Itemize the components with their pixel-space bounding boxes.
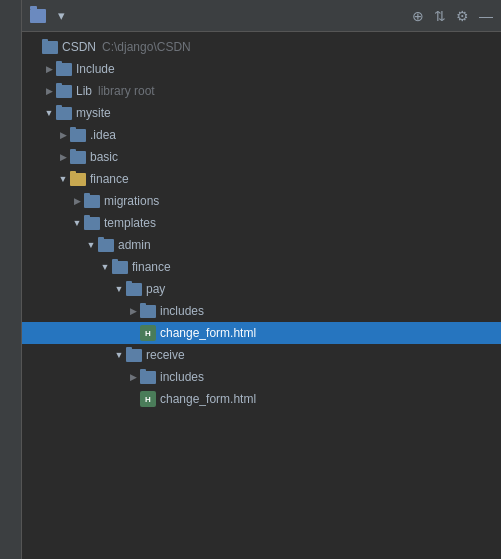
project-folder-icon bbox=[30, 9, 46, 23]
collapse-icon[interactable]: — bbox=[479, 8, 493, 24]
tree-row[interactable]: ▼finance bbox=[22, 168, 501, 190]
tree-toggle[interactable]: ▼ bbox=[98, 262, 112, 272]
tree-row[interactable]: ▶.idea bbox=[22, 124, 501, 146]
tree-toggle[interactable]: ▼ bbox=[112, 284, 126, 294]
add-content-icon[interactable]: ⊕ bbox=[412, 8, 424, 24]
tree-row-label: change_form.html bbox=[160, 392, 256, 406]
tree-toggle[interactable]: ▼ bbox=[42, 108, 56, 118]
header-bar: ▾ ⊕ ⇅ ⚙ — bbox=[22, 0, 501, 32]
tree-toggle[interactable]: ▶ bbox=[56, 130, 70, 140]
tree-row[interactable]: ▼receive bbox=[22, 344, 501, 366]
tree-toggle[interactable]: ▼ bbox=[112, 350, 126, 360]
header-icons: ⊕ ⇅ ⚙ — bbox=[412, 8, 493, 24]
tree-row[interactable]: Hchange_form.html bbox=[22, 322, 501, 344]
folder-icon bbox=[126, 349, 142, 362]
folder-icon bbox=[70, 151, 86, 164]
tree-toggle[interactable]: ▼ bbox=[70, 218, 84, 228]
tree-row-label: finance bbox=[132, 260, 171, 274]
folder-icon bbox=[70, 129, 86, 142]
tree-row-label: CSDN bbox=[62, 40, 96, 54]
tree-row-label: finance bbox=[90, 172, 129, 186]
tree-toggle[interactable]: ▼ bbox=[56, 174, 70, 184]
tree-row-label: Lib bbox=[76, 84, 92, 98]
folder-icon bbox=[140, 305, 156, 318]
tree-toggle[interactable]: ▶ bbox=[56, 152, 70, 162]
main-panel: ▾ ⊕ ⇅ ⚙ — CSDNC:\django\CSDN▶Include▶Lib… bbox=[22, 0, 501, 559]
tree-row-label: pay bbox=[146, 282, 165, 296]
tree-row[interactable]: ▶includes bbox=[22, 366, 501, 388]
tree-toggle[interactable]: ▶ bbox=[126, 372, 140, 382]
tree-toggle[interactable]: ▶ bbox=[70, 196, 84, 206]
tree-row[interactable]: ▶Liblibrary root bbox=[22, 80, 501, 102]
tree-row[interactable]: ▼admin bbox=[22, 234, 501, 256]
folder-icon bbox=[56, 63, 72, 76]
tree-row-label: migrations bbox=[104, 194, 159, 208]
tree-row[interactable]: ▼finance bbox=[22, 256, 501, 278]
project-dropdown-icon[interactable]: ▾ bbox=[58, 8, 65, 23]
folder-icon bbox=[42, 41, 58, 54]
html-file-icon: H bbox=[140, 325, 156, 341]
tree-toggle[interactable]: ▶ bbox=[42, 64, 56, 74]
sidebar-tab[interactable] bbox=[0, 0, 22, 559]
tree-row-sublabel: library root bbox=[98, 84, 155, 98]
tree-area[interactable]: CSDNC:\django\CSDN▶Include▶Liblibrary ro… bbox=[22, 32, 501, 559]
tree-toggle[interactable]: ▼ bbox=[84, 240, 98, 250]
tree-row-label: mysite bbox=[76, 106, 111, 120]
folder-icon bbox=[84, 195, 100, 208]
tree-row-label: .idea bbox=[90, 128, 116, 142]
tree-row[interactable]: CSDNC:\django\CSDN bbox=[22, 36, 501, 58]
header-title: ▾ bbox=[30, 8, 412, 23]
tree-row[interactable]: ▶migrations bbox=[22, 190, 501, 212]
tree-row[interactable]: ▼templates bbox=[22, 212, 501, 234]
tree-toggle[interactable]: ▶ bbox=[42, 86, 56, 96]
folder-icon bbox=[98, 239, 114, 252]
folder-icon bbox=[126, 283, 142, 296]
tree-row-label: includes bbox=[160, 304, 204, 318]
sort-icon[interactable]: ⇅ bbox=[434, 8, 446, 24]
folder-icon bbox=[56, 85, 72, 98]
tree-row-label: basic bbox=[90, 150, 118, 164]
settings-icon[interactable]: ⚙ bbox=[456, 8, 469, 24]
tree-row[interactable]: ▶basic bbox=[22, 146, 501, 168]
folder-icon bbox=[56, 107, 72, 120]
tree-row[interactable]: ▼pay bbox=[22, 278, 501, 300]
folder-icon bbox=[70, 173, 86, 186]
tree-row[interactable]: ▶Include bbox=[22, 58, 501, 80]
tree-row-sublabel: C:\django\CSDN bbox=[102, 40, 191, 54]
tree-row[interactable]: ▼mysite bbox=[22, 102, 501, 124]
tree-row[interactable]: ▶includes bbox=[22, 300, 501, 322]
tree-row[interactable]: Hchange_form.html bbox=[22, 388, 501, 410]
tree-row-label: receive bbox=[146, 348, 185, 362]
folder-icon bbox=[112, 261, 128, 274]
html-file-icon: H bbox=[140, 391, 156, 407]
tree-row-label: templates bbox=[104, 216, 156, 230]
tree-toggle[interactable]: ▶ bbox=[126, 306, 140, 316]
folder-icon bbox=[140, 371, 156, 384]
folder-icon bbox=[84, 217, 100, 230]
tree-row-label: includes bbox=[160, 370, 204, 384]
tree-row-label: Include bbox=[76, 62, 115, 76]
tree-row-label: admin bbox=[118, 238, 151, 252]
tree-row-label: change_form.html bbox=[160, 326, 256, 340]
